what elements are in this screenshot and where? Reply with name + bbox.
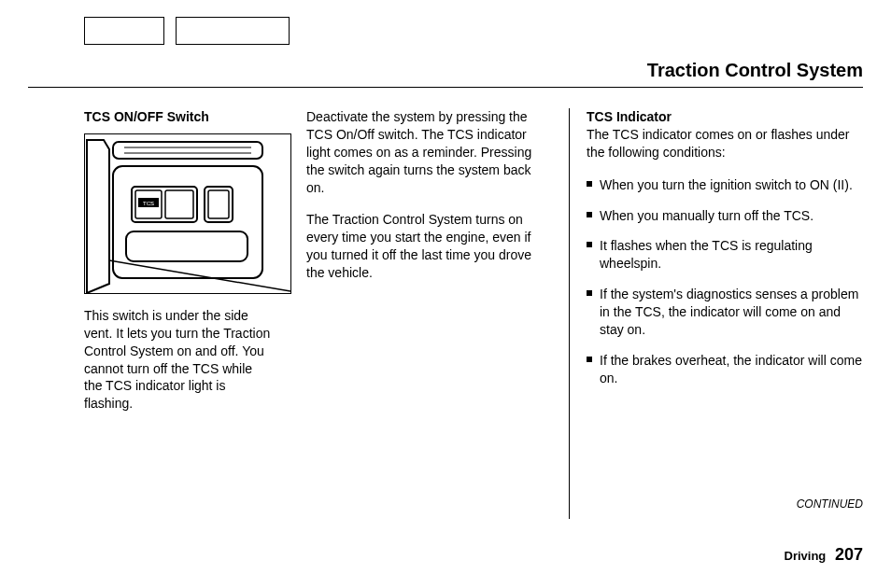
top-bar: [84, 17, 863, 45]
col3-heading: TCS Indicator: [587, 109, 672, 124]
continued-label: CONTINUED: [797, 497, 863, 511]
list-item: It flashes when the TCS is regulating wh…: [587, 237, 863, 273]
column-1: TCS ON/OFF Switch TCS: [28, 108, 290, 519]
footer-section: Driving: [785, 549, 827, 563]
svg-rect-0: [113, 142, 262, 159]
tcs-switch-illustration: TCS: [84, 133, 291, 294]
column-2: Deactivate the system by pressing the TC…: [290, 108, 570, 519]
illustration-svg: TCS: [85, 134, 290, 293]
col1-p1: This switch is under the side vent. It l…: [84, 307, 273, 413]
list-item: If the brakes overheat, the indicator wi…: [587, 352, 863, 387]
title-divider: [28, 87, 863, 88]
page-title: Traction Control System: [28, 56, 863, 87]
svg-text:TCS: TCS: [143, 201, 154, 206]
list-item: When you manually turn off the TCS.: [587, 207, 863, 225]
col3-bullet-list: When you turn the ignition switch to ON …: [587, 176, 863, 387]
column-3: TCS Indicator The TCS indicator comes on…: [570, 108, 863, 519]
svg-rect-10: [208, 190, 229, 218]
col2-p1: Deactivate the system by pressing the TC…: [306, 108, 552, 196]
list-item: If the system's diagnostics senses a pro…: [587, 286, 863, 339]
content-columns: TCS ON/OFF Switch TCS: [28, 108, 863, 519]
manual-page: Traction Control System TCS ON/OFF Switc…: [0, 0, 891, 588]
svg-rect-6: [165, 190, 193, 218]
col1-heading: TCS ON/OFF Switch: [84, 108, 273, 126]
blank-box-2: [176, 17, 290, 45]
svg-rect-11: [126, 231, 248, 261]
page-number: 207: [835, 545, 863, 564]
col2-p2: The Traction Control System turns on eve…: [306, 211, 552, 282]
footer: Driving 207: [28, 519, 863, 565]
list-item: When you turn the ignition switch to ON …: [587, 176, 863, 194]
col3-intro: The TCS indicator comes on or flashes un…: [587, 126, 863, 161]
col3-heading-line: TCS Indicator: [587, 108, 863, 126]
blank-box-1: [84, 17, 164, 45]
